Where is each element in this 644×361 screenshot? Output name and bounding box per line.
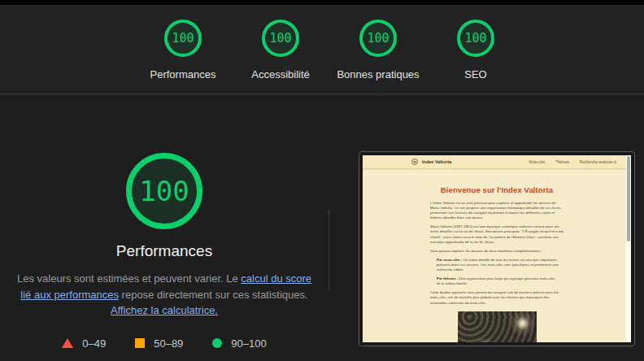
legend-range: 50–89: [154, 337, 183, 350]
page-paragraph: Maria Valtorta (1897-1961) est une mysti…: [430, 224, 564, 244]
performance-section: 100 Performances Les valeurs sont estimé…: [0, 94, 644, 360]
scores-summary-header: 100 Performances 100 Accessibilité 100 B…: [0, 5, 644, 94]
scrollbar-thumb[interactable]: [627, 156, 630, 241]
page-bullet: Par thèmes : Une organisation plus large…: [437, 276, 559, 286]
performance-gauge-icon: 100: [126, 153, 202, 229]
score-label: Performances: [150, 68, 216, 80]
score-value: 100: [269, 31, 291, 46]
legend-item-pass: 90–100: [212, 337, 266, 350]
score-chip-accessibilite[interactable]: 100 Accessibilité: [232, 20, 329, 94]
performance-description: Les valeurs sont estimées et peuvent var…: [11, 271, 318, 319]
page-scrollbar[interactable]: [626, 155, 631, 342]
vertical-divider: [329, 210, 329, 289]
site-logo-icon: ❀: [411, 159, 418, 165]
nav-item-themes: Thèmes: [555, 160, 569, 164]
legend-range: 0–49: [82, 337, 106, 350]
lighthouse-report: 100 Performances 100 Accessibilité 100 B…: [0, 0, 644, 361]
performance-gauge-column: 100 Performances Les valeurs sont estimé…: [0, 94, 329, 350]
legend-range: 90–100: [231, 337, 266, 350]
audited-page-header: ❀ Index Valtorta Mots-clés Thèmes Recher…: [363, 155, 631, 168]
score-value: 100: [367, 31, 389, 46]
score-chip-bonnes-pratiques[interactable]: 100 Bonnes pratiques: [329, 20, 427, 94]
bullet-label: Par thèmes :: [437, 276, 458, 281]
score-range-legend: 0–49 50–89 90–100: [0, 337, 329, 350]
audited-page-screenshot: ❀ Index Valtorta Mots-clés Thèmes Recher…: [363, 155, 631, 342]
score-chip-seo[interactable]: 100 SEO: [427, 20, 524, 94]
score-chip-performances[interactable]: 100 Performances: [134, 20, 232, 94]
description-text: repose directement sur ces statistiques.: [119, 289, 308, 301]
score-label: SEO: [464, 68, 486, 80]
nav-item-recherche-avancee: Recherche avancée ⧉: [580, 160, 616, 164]
score-gauge-icon: 100: [457, 20, 494, 57]
page-paragraph: L'Index Valtorta est un outil précieux p…: [430, 201, 564, 220]
score-gauge-icon: 100: [164, 20, 202, 57]
audited-page-heading: Bienvenue sur l'Index Valtorta: [363, 185, 631, 194]
performance-title: Performances: [0, 242, 329, 260]
score-gauge-icon: 100: [359, 20, 397, 57]
bullet-label: Par mots-clés :: [437, 258, 462, 262]
legend-item-average: 50–89: [135, 337, 183, 350]
score-gauge-icon: 100: [262, 20, 299, 57]
performance-gauge-value: 100: [139, 175, 189, 207]
legend-item-fail: 0–49: [62, 337, 106, 350]
fail-triangle-icon: [62, 338, 73, 348]
nav-item-mots-cles: Mots-clés: [529, 160, 546, 164]
average-square-icon: [135, 338, 145, 348]
site-brand: Index Valtorta: [422, 159, 451, 164]
page-paragraph: Cette double approche vous permet de nav…: [430, 290, 564, 305]
score-value: 100: [464, 31, 486, 46]
page-paragraph: Vous pouvez explorer les œuvres de deux …: [430, 249, 564, 254]
score-label: Bonnes pratiques: [337, 68, 419, 80]
audited-page-content: L'Index Valtorta est un outil précieux p…: [430, 201, 564, 342]
show-calculator-link[interactable]: Affichez la calculatrice.: [111, 304, 218, 316]
score-value: 100: [172, 31, 194, 46]
score-label: Accessibilité: [251, 68, 310, 80]
nav-label: Recherche avancée: [580, 160, 613, 164]
page-bullet: Par mots-clés : Un index détaillé de tou…: [437, 258, 559, 272]
description-text: Les valeurs sont estimées et peuvent var…: [17, 272, 241, 285]
final-screenshot-thumbnail: ❀ Index Valtorta Mots-clés Thèmes Recher…: [359, 151, 635, 346]
black-and-white-photo: [458, 311, 537, 342]
pass-circle-icon: [212, 338, 222, 348]
external-link-icon: ⧉: [614, 160, 616, 164]
site-nav: Mots-clés Thèmes Recherche avancée ⧉: [529, 160, 616, 164]
